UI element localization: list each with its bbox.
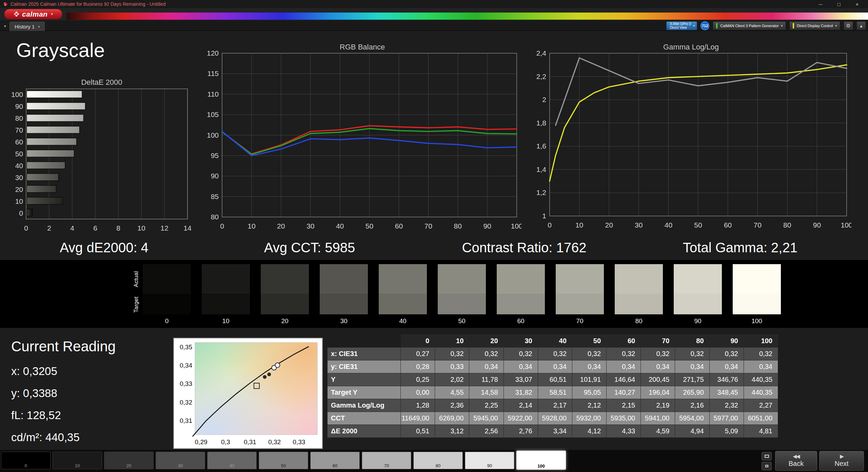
- swatch-actual-color: [202, 264, 250, 294]
- calman-logo-text: calman: [22, 10, 47, 18]
- table-cell: 31,82: [504, 386, 538, 399]
- swatch-target-color: [438, 294, 486, 314]
- pattern-level-label: 80: [414, 463, 462, 468]
- meter-count-badge[interactable]: 712: [701, 21, 709, 30]
- meter-dropdown-button[interactable]: X-Rite i1Pro 3 Direct View ▾: [666, 21, 697, 30]
- pattern-level-button[interactable]: 40: [207, 452, 257, 469]
- grayscale-swatch: 10: [202, 264, 250, 325]
- pattern-source-dropdown-button[interactable]: CalMAN Client 3 Pattern Generator ▾: [713, 21, 786, 30]
- table-column-header: 40: [538, 335, 572, 348]
- close-button[interactable]: ×: [854, 1, 861, 7]
- gamma-line-chart: 010203040506070809010011,21,41,61,822,22…: [531, 49, 851, 232]
- svg-text:1,8: 1,8: [536, 119, 546, 127]
- page-title: Grayscale: [16, 39, 105, 61]
- table-cell: 0,34: [572, 360, 606, 373]
- grayscale-swatch: 70: [556, 264, 604, 325]
- layout-toggle-button[interactable]: [762, 462, 772, 470]
- pattern-level-button[interactable]: 0: [1, 452, 51, 469]
- svg-text:0,32: 0,32: [268, 438, 281, 446]
- maximize-button[interactable]: □: [835, 1, 842, 7]
- table-cell: 0,34: [469, 360, 504, 373]
- settings-button[interactable]: ⚙: [844, 21, 853, 30]
- svg-text:40: 40: [665, 221, 672, 229]
- tab-history-1[interactable]: History 1 ▾: [9, 22, 45, 31]
- display-control-dropdown-button[interactable]: Direct Display Control ▾: [789, 21, 840, 30]
- table-cell: 6269,00: [435, 412, 469, 425]
- svg-text:120: 120: [207, 49, 219, 57]
- deltae-bar-chart: 024681012141009080706050403020100: [11, 85, 193, 236]
- table-column-header: 10: [435, 335, 469, 348]
- target-row-label: Target: [133, 294, 140, 315]
- pattern-level-button[interactable]: 10: [53, 452, 102, 469]
- back-button[interactable]: ◀◀ Back: [775, 451, 817, 471]
- pattern-level-button[interactable]: 100: [516, 451, 566, 470]
- table-cell: 0,32: [538, 348, 572, 360]
- table-cell: 0,34: [709, 360, 744, 373]
- table-cell: 5928,00: [538, 412, 572, 425]
- table-cell: 346,76: [709, 373, 744, 386]
- pattern-level-button[interactable]: 90: [465, 452, 514, 469]
- calman-menu-button[interactable]: calman ▾: [4, 9, 62, 19]
- pattern-level-button[interactable]: 80: [413, 452, 463, 469]
- table-cell: 0,32: [504, 348, 538, 360]
- table-cell: 200,45: [641, 373, 675, 386]
- panel-expand-icon[interactable]: ▸: [2, 22, 9, 29]
- measurement-table: 0102030405060708090100x: CIE310,270,320,…: [327, 334, 778, 438]
- table-cell: 4,81: [744, 425, 778, 438]
- svg-text:110: 110: [208, 90, 219, 98]
- total-gamma-stat: Total Gamma: 2,21: [683, 240, 797, 255]
- collapse-toolbar-button[interactable]: ▴: [856, 21, 866, 30]
- swatch-level-label: 50: [438, 317, 486, 325]
- reading-y: y: 0,3388: [11, 387, 116, 400]
- svg-text:10: 10: [248, 222, 255, 230]
- table-cell: 2,56: [469, 425, 504, 438]
- next-button[interactable]: ▶ Next: [819, 451, 864, 471]
- svg-text:100: 100: [511, 222, 521, 230]
- pattern-level-button[interactable]: 30: [156, 452, 205, 469]
- table-cell: 5954,00: [675, 412, 709, 425]
- table-cell: 5941,00: [641, 412, 675, 425]
- pattern-level-button[interactable]: 60: [310, 452, 360, 469]
- device-toolbar: X-Rite i1Pro 3 Direct View ▾ 712 CalMAN …: [666, 21, 866, 30]
- swatch-actual-color: [320, 264, 368, 294]
- window-icon: [765, 455, 769, 458]
- swatch-target-color: [733, 294, 781, 314]
- table-cell: 0,00: [401, 386, 435, 399]
- svg-text:1,6: 1,6: [536, 142, 546, 150]
- table-row-label: x: CIE31: [328, 348, 401, 360]
- tab-row: ▸ History 1 ▾ X-Rite i1Pro 3 Direct View…: [0, 20, 868, 31]
- gear-icon: ⚙: [846, 23, 850, 29]
- svg-text:80: 80: [15, 114, 23, 122]
- display-label: Direct Display Control: [797, 24, 833, 28]
- table-column-header: 100: [744, 335, 778, 348]
- table-cell: 0,34: [675, 360, 709, 373]
- pattern-level-label: 70: [362, 463, 411, 468]
- play-icon: ▶: [840, 454, 843, 459]
- pattern-level-button[interactable]: 50: [259, 452, 308, 469]
- svg-text:80: 80: [211, 213, 219, 221]
- rewind-icon: ◀◀: [793, 454, 799, 459]
- pattern-level-button[interactable]: 70: [362, 452, 411, 469]
- table-cell: 440,35: [744, 386, 778, 399]
- title-bar: Calman 2025 Calman Ultimate for Business…: [0, 0, 868, 8]
- svg-text:0: 0: [19, 209, 23, 217]
- minimize-button[interactable]: ─: [817, 1, 824, 7]
- table-cell: 2,32: [709, 399, 744, 412]
- svg-text:90: 90: [813, 221, 821, 229]
- swatch-target-color: [143, 294, 191, 314]
- pattern-level-button[interactable]: 20: [104, 452, 154, 469]
- swatch-target-color: [615, 294, 663, 314]
- table-cell: 0,32: [572, 348, 606, 360]
- current-reading-title: Current Reading: [11, 338, 116, 355]
- pattern-window-button[interactable]: [762, 452, 772, 460]
- table-cell: 2,36: [435, 399, 469, 412]
- svg-text:2,4: 2,4: [536, 49, 547, 57]
- grayscale-swatch: 80: [615, 264, 663, 325]
- chevron-down-icon: ▾: [781, 24, 783, 27]
- swatch-target-color: [497, 294, 545, 314]
- svg-text:30: 30: [307, 222, 314, 230]
- table-cell: 0,34: [641, 360, 675, 373]
- bottom-bar: 0102030405060708090100 ◀◀ Back ▶ Next: [0, 450, 868, 472]
- cie-chart-svg: 0,290,30,310,320,330,310,320,330,340,35: [174, 338, 322, 448]
- spectrum-gradient-strip: [66, 13, 868, 20]
